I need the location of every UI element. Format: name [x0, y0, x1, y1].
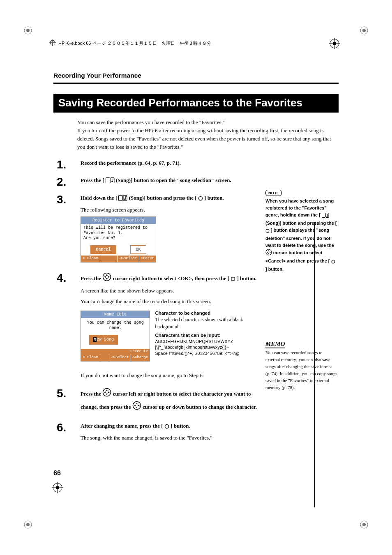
head-rule	[53, 83, 339, 84]
svg-point-24	[125, 198, 126, 200]
circle-icon	[265, 228, 270, 235]
svg-marker-51	[270, 251, 271, 253]
lcd-ok-button: OK	[130, 245, 146, 254]
step-instruction: Press the cursor right button to select …	[81, 272, 260, 284]
svg-marker-36	[108, 391, 110, 393]
svg-marker-29	[104, 276, 106, 278]
svg-marker-35	[104, 391, 106, 393]
svg-point-21	[111, 181, 113, 182]
svg-rect-19	[106, 177, 110, 183]
svg-point-5	[26, 523, 30, 526]
lcd-title: Name Edit	[81, 311, 150, 318]
step-number: 2.	[53, 176, 81, 188]
page-number: 66	[53, 470, 61, 477]
note-text: When you have selected a song registered…	[265, 198, 338, 273]
svg-point-42	[165, 424, 168, 428]
lcd-footer: × Close ◁▷Select ◇Change	[81, 355, 150, 361]
lcd-name-edit: Name Edit You can change the song name. …	[81, 311, 150, 362]
svg-rect-22	[119, 195, 123, 200]
step-number: 1.	[53, 159, 81, 170]
step-number: 5.	[53, 388, 81, 416]
svg-point-25	[198, 196, 202, 200]
memo-text: You can save recorded songs to external …	[265, 349, 338, 391]
target-icon	[49, 39, 56, 47]
svg-rect-44	[326, 213, 329, 217]
svg-point-31	[231, 277, 235, 281]
lcd-title: Register to Favorites	[81, 217, 156, 224]
svg-point-1	[26, 29, 30, 32]
svg-point-52	[332, 260, 335, 263]
memo-label: MEMO	[265, 341, 285, 348]
step-6: 6. After changing the name, press the [ …	[53, 422, 260, 444]
svg-point-15	[56, 486, 59, 489]
circle-icon	[331, 259, 335, 266]
lcd-execute: ○Execute	[81, 349, 150, 355]
lcd-song-name: New Song	[89, 335, 118, 345]
step-follow: The following screen appears.	[81, 206, 260, 214]
crop-mark	[360, 520, 368, 529]
svg-marker-49	[268, 253, 270, 254]
circle-icon	[231, 276, 235, 284]
column-divider	[314, 222, 315, 507]
crop-mark	[360, 26, 368, 35]
registration-mark-icon	[329, 38, 340, 49]
svg-marker-48	[268, 250, 270, 251]
step-4: 4. Press the cursor right button to sele…	[53, 272, 260, 382]
step-5: 5. Press the cursor left or right button…	[53, 388, 260, 416]
song-icon	[106, 177, 115, 186]
step-number: 4.	[53, 272, 81, 382]
song-icon	[322, 213, 329, 220]
lcd-prompt: You can change the song name.	[81, 318, 150, 332]
svg-marker-33	[106, 389, 108, 391]
lcd-cancel-button: Cancel	[90, 245, 116, 254]
circle-icon	[164, 423, 169, 431]
step-3: 3. Hold down the [ (Song)] button and pr…	[53, 194, 260, 267]
lcd-body: This will be registered to Favorites No.…	[81, 224, 156, 243]
svg-marker-50	[267, 251, 268, 253]
cursor-icon	[102, 272, 111, 284]
step-1: 1. Record the performance (p. 64, p. 67,…	[53, 159, 260, 170]
svg-point-11	[333, 42, 336, 45]
circle-icon	[198, 195, 203, 203]
cursor-icon	[102, 388, 111, 401]
lcd-footer: × Close ◁▷Select ○Enter	[81, 256, 156, 262]
character-explanation: Character to be changed The selected cha…	[155, 308, 260, 357]
step-text: You can change the name of the recorded …	[81, 297, 260, 306]
svg-marker-30	[108, 276, 110, 278]
svg-point-46	[266, 229, 269, 233]
page-title: Saving Recorded Performances to the Favo…	[53, 94, 339, 113]
step-after: If you do not want to change the song na…	[81, 371, 260, 380]
svg-marker-38	[136, 403, 138, 404]
svg-rect-43	[322, 213, 325, 217]
cursor-icon	[265, 249, 272, 258]
svg-point-7	[362, 523, 366, 526]
step-2: 2. Press the [ (Song)] button to open th…	[53, 176, 260, 188]
step-follow: The song, with the name changed, is save…	[81, 434, 260, 442]
crop-mark	[24, 520, 32, 529]
svg-marker-40	[134, 405, 136, 406]
step-text: A screen like the one shown below appear…	[81, 287, 260, 295]
svg-point-3	[362, 29, 366, 32]
crop-mark	[24, 26, 32, 35]
intro-text: You can save the performances you have r…	[77, 118, 339, 152]
song-icon	[118, 195, 127, 203]
svg-marker-27	[106, 274, 108, 276]
step-instruction: Press the [ (Song)] button to open the "…	[81, 176, 260, 186]
cursor-icon	[132, 401, 141, 414]
svg-marker-41	[138, 405, 140, 406]
step-instruction: Press the cursor left or right button to…	[81, 388, 260, 414]
lcd-register-favorites: Register to Favorites This will be regis…	[81, 216, 156, 263]
svg-marker-39	[136, 407, 138, 408]
print-header: HPi-6-e.book 66 ページ ２００５年１１月１５日 火曜日 午後３時…	[49, 39, 211, 47]
step-number: 6.	[53, 422, 81, 444]
print-header-text: HPi-6-e.book 66 ページ ２００５年１１月１５日 火曜日 午後３時…	[58, 40, 211, 46]
svg-marker-34	[106, 394, 108, 395]
step-instruction: After changing the name, press the [ ] b…	[81, 422, 260, 431]
step-instruction: Record the performance (p. 64, p. 67, p.…	[81, 159, 260, 167]
svg-marker-28	[106, 278, 108, 280]
registration-mark-icon	[52, 482, 63, 493]
note-label: NOTE	[265, 190, 282, 196]
step-number: 3.	[53, 194, 81, 267]
step-instruction: Hold down the [ (Song)] button and press…	[81, 194, 260, 203]
running-head: Recording Your Performance	[53, 72, 339, 83]
